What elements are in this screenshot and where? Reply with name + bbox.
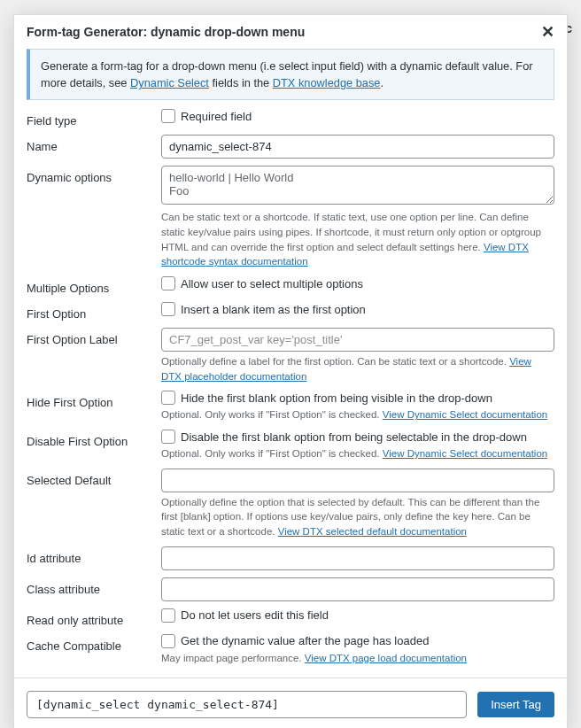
disable-first-cb-label: Disable the first blank option from bein… [181,430,527,444]
disable-first-help: Optional. Only works if "First Option" i… [161,448,383,459]
dtx-kb-link[interactable]: DTX knowledge base [273,76,381,89]
readonly-cb-label: Do not let users edit this field [181,608,329,622]
dtx-page-load-doc-link[interactable]: View DTX page load documentation [305,653,467,663]
shortcode-output[interactable]: [dynamic_select dynamic_select-874] [27,691,467,718]
hide-first-checkbox[interactable] [161,391,175,405]
name-input[interactable] [161,135,554,159]
readonly-checkbox[interactable] [161,608,175,623]
first-option-label-help: Optionally define a label for the first … [161,356,509,367]
class-attribute-label: Class attribute [27,577,161,596]
cache-checkbox[interactable] [161,634,175,648]
selected-default-label: Selected Default [27,469,161,487]
cache-compatible-label: Cache Compatible [27,634,161,653]
first-option-label: First Option [27,302,161,321]
multiple-cb-label: Allow user to select multiple options [181,277,363,290]
disable-first-option-label: Disable First Option [27,430,161,448]
dynamic-select-link[interactable]: Dynamic Select [130,76,209,89]
first-option-checkbox[interactable] [161,302,175,316]
cache-cb-label: Get the dynamic value after the page has… [181,634,429,647]
dtx-selected-default-doc-link[interactable]: View DTX selected default documentation [278,526,467,537]
hide-first-cb-label: Hide the first blank option from being v… [181,391,492,405]
cache-help: May impact page performance. [161,653,305,663]
disable-first-checkbox[interactable] [161,430,175,444]
first-option-label-label: First Option Label [27,328,161,346]
insert-tag-button[interactable]: Insert Tag [477,692,554,717]
field-type-label: Field type [27,109,161,128]
multiple-options-label: Multiple Options [27,276,161,295]
info-notice: Generate a form-tag for a drop-down menu… [27,49,554,100]
dynamic-options-textarea[interactable]: hello-world | Hello World Foo [161,166,554,205]
name-label: Name [27,135,161,153]
first-option-cb-label: Insert a blank item as the first option [181,303,366,316]
multiple-checkbox[interactable] [161,276,175,290]
class-attribute-input[interactable] [161,577,554,601]
readonly-label: Read only attribute [27,608,161,627]
hide-first-option-label: Hide First Option [27,391,161,409]
id-attribute-input[interactable] [161,546,554,570]
dynamic-select-doc-link-2[interactable]: View Dynamic Select documentation [383,448,547,459]
hide-first-help: Optional. Only works if "First Option" i… [161,409,383,420]
required-label: Required field [181,110,252,123]
required-checkbox[interactable] [161,109,175,123]
first-option-label-input[interactable] [161,328,554,352]
modal-title: Form-tag Generator: dynamic drop-down me… [27,25,305,39]
selected-default-input[interactable] [161,469,554,492]
form-tag-generator-modal: Form-tag Generator: dynamic drop-down me… [13,14,568,728]
dynamic-select-doc-link-1[interactable]: View Dynamic Select documentation [383,409,547,420]
id-attribute-label: Id attribute [27,546,161,565]
close-icon[interactable]: ✕ [541,24,554,40]
dynamic-options-label: Dynamic options [27,166,161,184]
